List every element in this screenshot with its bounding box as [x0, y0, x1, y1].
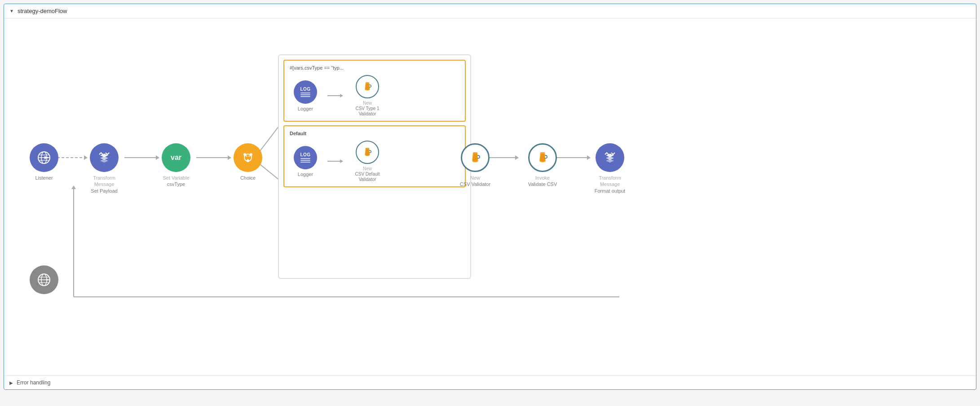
- svg-marker-31: [47, 157, 49, 159]
- route1-validator-label3: Validator: [359, 111, 376, 116]
- java-cup-icon-2: [361, 146, 374, 159]
- format-output-node[interactable]: Transform Message Format output: [590, 143, 630, 194]
- route2-logger-label: Logger: [298, 172, 313, 177]
- error-handling-label: Error handling: [17, 380, 50, 386]
- format-output-label2: Format output: [595, 188, 625, 194]
- choice-circle: [234, 143, 262, 172]
- route1-logger-label: Logger: [298, 106, 313, 111]
- svg-marker-19: [515, 155, 519, 160]
- flow-header: ▼ strategy-demoFlow: [4, 4, 976, 18]
- svg-point-39: [366, 82, 369, 84]
- csv-validator-label1: New: [470, 175, 480, 181]
- listener-label: Listener: [35, 175, 53, 181]
- route2-validator-node[interactable]: New CSV Default Validator: [349, 141, 385, 182]
- route1-nodes: LOG Logger: [290, 75, 459, 116]
- error-expand-icon[interactable]: ▶: [9, 380, 13, 385]
- listener-circle: [30, 143, 58, 172]
- csv-validator-circle: [461, 143, 490, 172]
- route1-logger-circle: LOG: [294, 80, 317, 104]
- route1-validator-node[interactable]: New CSV Type 1 Validator: [349, 75, 385, 116]
- route2-validator-label1: New: [363, 166, 372, 171]
- validate-csv-circle: [528, 143, 557, 172]
- transform-label-top: Transform Message: [84, 175, 124, 188]
- set-variable-circle: var: [162, 143, 190, 172]
- choice-block: #[vars.csvType == "typ... LOG: [278, 54, 471, 279]
- route1-validator-circle: [356, 75, 379, 98]
- connector-svg: [4, 18, 976, 369]
- flow-canvas: Listener Transform Message Set Payload v…: [4, 18, 976, 369]
- listener-node[interactable]: Listener: [24, 143, 64, 181]
- choice-label: Choice: [240, 175, 256, 181]
- route1-block: #[vars.csvType == "typ... LOG: [283, 60, 466, 122]
- validate-csv-node[interactable]: Invoke Validate CSV: [522, 143, 563, 188]
- svg-point-34: [250, 153, 252, 156]
- transform-message-node[interactable]: Transform Message Set Payload: [84, 143, 124, 194]
- format-output-circle: [596, 143, 624, 172]
- java-cup-icon-1: [361, 80, 374, 93]
- collapse-icon[interactable]: ▼: [9, 9, 14, 13]
- transform-icon-2: [602, 150, 618, 165]
- var-text: var: [171, 154, 181, 162]
- flow-title: strategy-demoFlow: [18, 8, 67, 14]
- route2-block: Default LOG: [283, 125, 466, 187]
- svg-point-41: [473, 152, 477, 154]
- svg-point-42: [540, 152, 545, 154]
- svg-marker-30: [44, 156, 47, 159]
- format-output-label1: Transform Message: [590, 175, 630, 188]
- choice-node[interactable]: Choice: [228, 143, 268, 181]
- validate-csv-label1: Invoke: [535, 175, 550, 181]
- set-payload-label: Set Payload: [91, 188, 117, 194]
- set-variable-node[interactable]: var Set Variable csvType: [156, 143, 196, 188]
- bottom-listener-node[interactable]: [24, 265, 64, 297]
- route1-validator-label1: New: [363, 101, 372, 106]
- transform-message-circle: [90, 143, 119, 172]
- csv-validator-label2: CSV Validator: [460, 181, 490, 187]
- flow-footer: ▶ Error handling: [4, 375, 976, 389]
- globe-icon: [37, 150, 51, 165]
- route1-condition: #[vars.csvType == "typ...: [290, 65, 459, 71]
- route2-validator-label2: CSV Default: [355, 171, 380, 177]
- route2-arrow: [327, 159, 343, 163]
- java-cup-icon-4: [535, 150, 550, 165]
- svg-line-36: [246, 155, 247, 157]
- set-variable-label1: Set Variable: [163, 175, 189, 181]
- transform-icon: [97, 150, 112, 165]
- route1-validator-label2: CSV Type 1: [355, 106, 379, 111]
- route2-validator-label3: Validator: [359, 177, 376, 182]
- route2-condition: Default: [290, 131, 459, 136]
- validate-csv-label2: Validate CSV: [528, 181, 557, 187]
- svg-line-37: [249, 155, 250, 157]
- svg-point-33: [243, 153, 246, 156]
- route2-logger-node[interactable]: LOG Logger: [290, 146, 321, 177]
- globe-icon-bottom: [37, 273, 51, 287]
- route1-arrow: [327, 94, 343, 97]
- route2-nodes: LOG Logger: [290, 141, 459, 182]
- route2-logger-circle: LOG: [294, 146, 317, 169]
- bottom-listener-circle: [30, 265, 58, 294]
- csv-validator-node[interactable]: New CSV Validator: [455, 143, 495, 188]
- route1-logger-node[interactable]: LOG Logger: [290, 80, 321, 111]
- svg-marker-48: [47, 279, 49, 281]
- set-variable-label2: csvType: [167, 181, 185, 187]
- flow-container: ▼ strategy-demoFlow: [4, 4, 976, 390]
- svg-marker-24: [71, 185, 76, 189]
- choice-icon: [240, 150, 256, 165]
- java-cup-icon-3: [468, 150, 483, 165]
- route2-validator-circle: [356, 141, 379, 164]
- svg-point-40: [366, 148, 369, 149]
